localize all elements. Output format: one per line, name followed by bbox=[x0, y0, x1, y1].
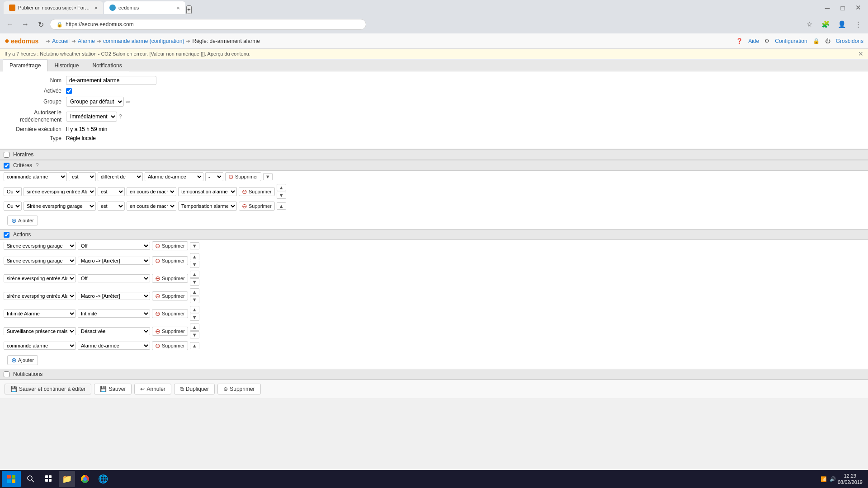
criteres-help-icon[interactable]: ? bbox=[36, 162, 39, 169]
duplicate-button[interactable]: ⧉ Dupliquer bbox=[174, 384, 215, 394]
action-5-down-arrow[interactable]: ▼ bbox=[190, 331, 199, 338]
criteria-0-extra[interactable]: - bbox=[205, 172, 223, 181]
action-3-action[interactable]: Macro -> [Arrêter] bbox=[78, 292, 150, 300]
action-5-supprimer[interactable]: ⊖ Supprimer bbox=[152, 327, 188, 336]
criteres-checkbox[interactable] bbox=[4, 163, 9, 169]
criteria-2-up-arrow[interactable]: ▲ bbox=[277, 202, 286, 210]
criteria-1-down-arrow[interactable]: ▼ bbox=[277, 192, 286, 199]
action-1-supprimer[interactable]: ⊖ Supprimer bbox=[152, 256, 188, 265]
criteria-1-supprimer[interactable]: ⊖ Supprimer bbox=[239, 187, 275, 196]
action-3-down-arrow[interactable]: ▼ bbox=[190, 296, 199, 303]
delete-button[interactable]: ⊖ Supprimer bbox=[217, 384, 260, 394]
forum-tab-close[interactable]: × bbox=[94, 5, 98, 11]
action-1-action[interactable]: Macro -> [Arrêter] bbox=[78, 257, 150, 265]
breadcrumb-alarme[interactable]: Alarme bbox=[78, 38, 95, 44]
horaires-section-header[interactable]: Horaires bbox=[0, 149, 868, 160]
action-5-up-arrow[interactable]: ▲ bbox=[190, 324, 199, 331]
save-button[interactable]: 💾 Sauver bbox=[94, 384, 132, 394]
extensions-icon[interactable]: 🧩 bbox=[819, 18, 832, 31]
criteria-1-connector[interactable]: Ou bbox=[4, 187, 22, 196]
action-2-device[interactable]: sirène everspring entrée Alarme bbox=[4, 274, 76, 282]
address-bar[interactable]: 🔒 https://secure.eedomus.com bbox=[50, 19, 366, 30]
save-continue-button[interactable]: 💾 Sauver et continuer à éditer bbox=[5, 384, 91, 394]
notifications-section-header[interactable]: Notifications bbox=[0, 369, 868, 380]
criteria-1-up-arrow[interactable]: ▲ bbox=[277, 184, 286, 191]
activee-checkbox[interactable] bbox=[66, 88, 72, 94]
autoriser-help-icon[interactable]: ? bbox=[119, 113, 122, 120]
action-0-down-arrow[interactable]: ▼ bbox=[190, 242, 199, 249]
profile-icon[interactable]: 👤 bbox=[835, 18, 848, 31]
action-2-action[interactable]: Off bbox=[78, 274, 150, 282]
criteria-1-op2[interactable]: en cours de macro bbox=[127, 187, 176, 196]
action-0-action[interactable]: Off bbox=[78, 242, 150, 250]
tab-parametrage[interactable]: Paramétrage bbox=[3, 59, 47, 71]
action-4-down-arrow[interactable]: ▼ bbox=[190, 314, 199, 321]
criteria-add-button[interactable]: ⊕ Ajouter bbox=[7, 216, 38, 225]
criteria-0-down-arrow[interactable]: ▼ bbox=[263, 173, 273, 180]
criteria-0-device[interactable]: commande alarme bbox=[4, 172, 67, 181]
alert-close-icon[interactable]: ✕ bbox=[858, 50, 863, 57]
new-tab-button[interactable]: + bbox=[186, 5, 192, 14]
horaires-checkbox[interactable] bbox=[4, 152, 9, 158]
action-2-up-arrow[interactable]: ▲ bbox=[190, 271, 199, 278]
criteria-0-op2[interactable]: différent de bbox=[98, 172, 143, 181]
notifications-checkbox[interactable] bbox=[4, 371, 9, 377]
close-window-button[interactable]: ✕ bbox=[852, 1, 864, 14]
criteria-2-supprimer[interactable]: ⊖ Supprimer bbox=[239, 202, 275, 211]
criteria-1-device[interactable]: sirène everspring entrée Alarme bbox=[24, 187, 96, 196]
configuration-link[interactable]: Configuration bbox=[775, 38, 807, 44]
reload-button[interactable]: ↻ bbox=[34, 18, 47, 31]
criteria-2-device[interactable]: Sirène everspring garage bbox=[24, 202, 96, 211]
actions-add-button[interactable]: ⊕ Ajouter bbox=[7, 355, 38, 365]
criteria-0-supprimer[interactable]: ⊖ Supprimer bbox=[225, 172, 261, 181]
action-6-up-arrow[interactable]: ▲ bbox=[190, 342, 199, 349]
tab-notifications[interactable]: Notifications bbox=[85, 59, 128, 71]
criteria-2-value[interactable]: Temporisation alarme gar bbox=[178, 202, 237, 211]
grosbidons-link[interactable]: Grosbidons bbox=[836, 38, 863, 44]
action-3-up-arrow[interactable]: ▲ bbox=[190, 288, 199, 296]
criteria-0-value[interactable]: Alarme dé-armée bbox=[145, 172, 203, 181]
criteria-2-op2[interactable]: en cours de macro bbox=[127, 202, 176, 211]
action-0-device[interactable]: Sirene everspring garage bbox=[4, 242, 76, 250]
nom-input[interactable] bbox=[66, 76, 156, 85]
actions-section-header[interactable]: Actions bbox=[0, 229, 868, 240]
cancel-button[interactable]: ↩ Annuler bbox=[134, 384, 171, 394]
criteria-2-connector[interactable]: Ou bbox=[4, 202, 22, 211]
criteres-section-header[interactable]: Critères ? bbox=[0, 160, 868, 171]
action-1-device[interactable]: Sirene everspring garage bbox=[4, 257, 76, 265]
action-4-action[interactable]: Intimité bbox=[78, 310, 150, 318]
action-0-supprimer[interactable]: ⊖ Supprimer bbox=[152, 241, 188, 250]
action-1-up-arrow[interactable]: ▲ bbox=[190, 253, 199, 260]
action-2-supprimer[interactable]: ⊖ Supprimer bbox=[152, 274, 188, 283]
forward-button[interactable]: → bbox=[19, 18, 32, 31]
criteria-1-op1[interactable]: est bbox=[98, 187, 125, 196]
bookmark-icon[interactable]: ☆ bbox=[803, 18, 816, 31]
actions-checkbox[interactable] bbox=[4, 232, 9, 238]
criteria-2-op1[interactable]: est bbox=[98, 202, 125, 211]
minimize-button[interactable]: ─ bbox=[821, 1, 834, 14]
action-6-action[interactable]: Alarme dé-armée bbox=[78, 342, 150, 350]
action-5-device[interactable]: Surveillance présence maison Alarm bbox=[4, 327, 76, 335]
autoriser-select[interactable]: Immédiatement bbox=[66, 112, 117, 122]
action-6-supprimer[interactable]: ⊖ Supprimer bbox=[152, 341, 188, 350]
aide-link[interactable]: Aide bbox=[748, 38, 759, 44]
criteria-1-value[interactable]: temporisation alarme bbox=[178, 187, 237, 196]
tab-historique[interactable]: Historique bbox=[47, 59, 85, 71]
action-6-device[interactable]: commande alarme bbox=[4, 342, 76, 350]
groupe-select[interactable]: Groupe par défaut bbox=[66, 97, 124, 107]
action-1-down-arrow[interactable]: ▼ bbox=[190, 261, 199, 268]
action-2-down-arrow[interactable]: ▼ bbox=[190, 278, 199, 286]
restore-button[interactable]: □ bbox=[836, 1, 849, 14]
groupe-edit-icon[interactable]: ✏ bbox=[126, 99, 131, 105]
action-4-supprimer[interactable]: ⊖ Supprimer bbox=[152, 309, 188, 318]
menu-icon[interactable]: ⋮ bbox=[852, 18, 864, 31]
back-button[interactable]: ← bbox=[4, 18, 16, 31]
action-3-device[interactable]: sirène everspring entrée Alarme bbox=[4, 292, 76, 300]
breadcrumb-config[interactable]: commande alarme (configuration) bbox=[103, 38, 184, 44]
browser-tab-forum[interactable]: Publier un nouveau sujet • Foru… × bbox=[4, 1, 103, 14]
action-4-device[interactable]: Intimité Alarme bbox=[4, 310, 76, 318]
eedomus-tab-close[interactable]: × bbox=[176, 5, 180, 11]
action-3-supprimer[interactable]: ⊖ Supprimer bbox=[152, 291, 188, 300]
breadcrumb-accueil[interactable]: Accueil bbox=[52, 38, 70, 44]
browser-tab-eedomus[interactable]: eedomus × bbox=[104, 1, 185, 14]
